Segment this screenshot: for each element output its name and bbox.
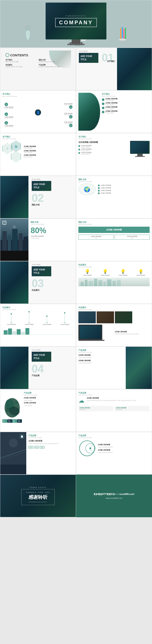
network-diagram: 👤 ● 点击输入您的标题 点击输入您的标签 ● 点击输入您的标题 点击输入您的标… [3, 98, 74, 126]
spiral-circles [78, 440, 96, 457]
bulb-1: 💡 点击输入您的标题 [83, 269, 92, 276]
section-number-03: 03 [32, 278, 73, 289]
world-map: 🌍 [78, 183, 96, 195]
form-items: 点击输入您的标题点击输入您的标签 点击输入您的标题点击输入您的标签 点击输入您的… [78, 145, 128, 155]
product-desc-1: 点击输入您的标签内容说明 [78, 357, 123, 358]
circles-title: 点击输入您的标题 [98, 444, 149, 446]
svg-rect-27 [103, 282, 106, 286]
row-6: TITLE HERE ADD YOUR TITLE 03 作品展示 作品展示 A… [0, 261, 152, 304]
about-form-slide: 关于我们 ADD YOUR TITLE HERE 点击这里输入您的标题 点击输入… [76, 133, 152, 176]
section-number-04: 04 [32, 364, 73, 374]
product-sublabel4: ADD YOUR TITLE HERE [29, 437, 74, 438]
bar-5 [21, 332, 25, 334]
team-sublabel: ADD YOUR TITLE HERE [78, 181, 149, 182]
team-item-3: 点击输入您的标题 [98, 190, 149, 192]
circles-desc: 点击输入您的标签内容说明文字 [98, 446, 149, 448]
row-10: 📄 产品运营 ADD YOUR TITLE HERE 点击输入您的标题 点击输入… [0, 432, 152, 474]
p-item-2: 点击输入您的标题 [24, 402, 74, 404]
team-content: 团队介绍 ADD YOUR TITLE HERE 🌍 点击输入您的标题 点击输入… [76, 176, 152, 198]
cloud-icon-big: ☁ [78, 397, 84, 404]
timeline-chart: 点击输入您的标题 点击输入您的标题 点击输入您的标题 [3, 312, 74, 335]
contents-item-1: 关于我们 ABOUT US TITLE HERE [6, 59, 37, 62]
svg-point-4 [25, 25, 26, 25]
thanks-sub: DENBENCHUANYI [26, 501, 50, 503]
product-sublabel: ADD YOUR TITLE HERE [78, 352, 123, 353]
bridge-text: 产品运营 ADD YOUR TITLE HERE 点击输入您的标题 点击输入您的… [26, 432, 76, 474]
about-network-slide: 关于我们 ADD YOUR TITLE HERE 👤 ● 点击输入您的标题 点击… [0, 90, 76, 133]
svg-rect-29 [112, 281, 116, 286]
product-bridge-slide: 📄 产品运营 ADD YOUR TITLE HERE 点击输入您的标题 点击输入… [0, 432, 76, 474]
ad-text: 更多精品PPT资源尽在——sucai999.com! [94, 493, 134, 496]
svg-point-21 [13, 225, 16, 228]
product-label: 产品运营 [78, 349, 123, 352]
works-sublabel2: ADD YOUR TITLE HERE [3, 309, 74, 310]
bar-2 [8, 328, 12, 334]
list-item-1: 点击输入您的标题点击输入您的标签 [102, 98, 149, 101]
laptop-area: 点击输入您的标题 点击输入您的标签内容说明文字点击输入您的标签 [78, 324, 149, 341]
about-list-slide: 关于我们 ADD YOUR TITLE HERE 点击输入您的标题点击输入您的标… [76, 90, 152, 133]
list-item-4: 点击输入您的标题点击输入您的标签 [102, 110, 149, 114]
product-text: 产品运营 ADD YOUR TITLE HERE 点击输入您的标题 点击输入您的… [76, 347, 126, 389]
click-title: 点击这里输入您的标题 [78, 141, 128, 144]
bar-item-4: 点击输入您的标题 [60, 312, 69, 325]
title-here-02: TITLE HERE [32, 178, 73, 180]
form-row-3: 点击输入您的标题点击输入您的标签 [78, 152, 128, 155]
add-title-02: ADD YOUR TITLE [32, 181, 51, 191]
thanks-main: 感谢聆听 [26, 494, 50, 500]
doc-icon: 📄 [20, 434, 24, 438]
svg-rect-11 [123, 29, 124, 39]
row-8: TITLE HERE ADD YOUR TITLE 04 产品运营 产品运营 A… [0, 346, 152, 389]
row-9: 输入标题 输入标题 输入标题 输入标题 产品运营 ADD YOUR TITLE … [0, 389, 152, 432]
thanks-border: THANKS FOR YOU 感谢聆听 DENBENCHUANYI [21, 489, 55, 505]
percent-desc: 点击这里输入您的标题点击输入您的标签 [31, 235, 74, 239]
svg-rect-28 [107, 279, 111, 286]
works-sublabel: ADD YOUR TITLE HERE [78, 266, 149, 268]
works-laptop-slide: 作品展示 ADD YOUR TITLE HERE 点击输入您的标题 点击输入您 [76, 304, 152, 346]
hex-item-2: 点击输入您的标题 点击输入您的标签 [24, 150, 74, 153]
bar-chart: 点击输入您的标题 点击输入您的标题 点击输入您的标题 [3, 312, 74, 325]
ci1-title: 点击输入您的标题 [79, 407, 112, 409]
ad-banner: 更多精品PPT资源尽在——sucai999.com! www.sucai999.… [76, 474, 152, 517]
svg-point-2 [24, 25, 25, 26]
slide-content: 关于我们 ADD YOUR TITLE HERE ⬡ 🌍 点击输入您的标题 点击… [0, 133, 76, 164]
pencils-decoration [118, 27, 128, 42]
circles-desc-2: 点击输入您的标签内容说明文字 [98, 452, 149, 453]
works-bulb-slide: 作品展示 ADD YOUR TITLE HERE 💡 点击输入您的标题 💡 点击… [76, 261, 152, 304]
laptop-desc: 点击输入您的标签内容说明文字点击输入您的标签 [115, 333, 149, 335]
laptop-base [78, 340, 104, 341]
product-ink-slide: 输入标题 输入标题 输入标题 输入标题 产品运营 ADD YOUR TITLE … [0, 389, 76, 432]
svg-point-35 [15, 401, 18, 404]
base-small [135, 156, 145, 157]
product-desc-2: 点击输入您的标签内容说明 [78, 362, 123, 364]
team-title-slide: 团队介绍 ADD YOUR TITLE HERE 点击输入您的标题 点击输入您的… [76, 218, 152, 261]
product-photo-slide: 产品运营 ADD YOUR TITLE HERE 点击输入您的标题 点击输入您的… [76, 346, 152, 389]
product-label4: 产品运营 [29, 434, 74, 437]
hex-text: 点击输入您的标题 点击输入您的标签 点击输入您的标题 点击输入您的标签 点击输入… [24, 146, 74, 158]
circles-layout: 点击输入您的标题 点击输入您的标签内容说明文字 点击输入您的标题 点击输入您的标… [78, 440, 149, 457]
photo-1 [78, 312, 96, 323]
about-label: 关于我们 [3, 93, 74, 96]
city-photo [0, 219, 29, 261]
power-points-label: POWER POINTS [21, 487, 55, 488]
team-label3: 团队介绍 [78, 221, 149, 224]
title-here-04: TITLE HERE [32, 349, 73, 351]
row-11: POWER POINTS THANKS FOR YOU 感谢聆听 DENBENC… [0, 474, 152, 517]
powerpoints-label: POWERPOINTS [66, 15, 87, 17]
works-chart-content: 作品展示 ADD YOUR TITLE HERE 点击输入您的标题 点击 [0, 304, 76, 337]
product-label2: 产品运营 [24, 392, 74, 394]
svg-rect-22 [81, 282, 84, 286]
product-sublabel5: ADD YOUR TITLE HERE [78, 437, 149, 438]
click-title-box: 点击输入您的标题 [78, 227, 149, 233]
team-sublabel3: ADD YOUR TITLE HERE [78, 224, 149, 225]
row-4: TITLE HERE ADD YOUR TITLE 02 团队介绍 团队介绍 A… [0, 176, 152, 218]
title-here-03: TITLE HERE [32, 264, 73, 266]
circles-text: 点击输入您的标题 点击输入您的标签内容说明文字 点击输入您的标题 点击输入您的标… [98, 444, 149, 453]
bar-3 [12, 331, 16, 334]
product-photo [126, 347, 152, 389]
circles-content: 产品运营 ADD YOUR TITLE HERE 点击输入您的标题 点击输入您的… [76, 432, 152, 459]
bar-1 [4, 330, 8, 334]
ink-splash: 输入标题 输入标题 输入标题 输入标题 [3, 392, 22, 425]
contents-slide: CONTENTS 关于我们 ABOUT US TITLE HERE 团队介绍 I… [0, 48, 76, 90]
laptop-body [78, 324, 102, 340]
product-circles-slide: 产品运营 ADD YOUR TITLE HERE 点击输入您的标题 点击输入您的… [76, 432, 152, 474]
